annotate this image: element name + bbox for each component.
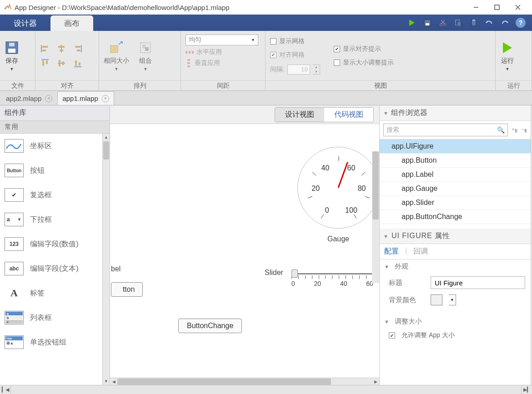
close-button[interactable] xyxy=(507,0,528,15)
ribbon-group-align: 对齐 xyxy=(35,31,99,90)
align-left-icon[interactable] xyxy=(40,44,50,54)
copy-icon[interactable] xyxy=(454,18,463,27)
search-input[interactable]: 搜索🔍 xyxy=(383,124,508,136)
ribbon-group-spacing: 均匀▼ 水平应用 垂直应用 间距 xyxy=(181,31,266,90)
maximize-button[interactable] xyxy=(487,0,507,15)
close-icon[interactable]: × xyxy=(102,95,109,102)
distribute-combo[interactable]: 均匀▼ xyxy=(186,35,258,45)
align-center-v-icon[interactable] xyxy=(56,58,66,68)
group-title-spacing: 间距 xyxy=(181,80,265,90)
svg-rect-28 xyxy=(60,50,63,51)
design-canvas[interactable]: 0 20 40 60 80 100 Gauge Slider xyxy=(110,124,379,378)
run-button[interactable]: 运行 ▼ xyxy=(500,40,515,71)
quick-access-toolbar: ? xyxy=(401,15,532,31)
component-dropdown[interactable]: a▼下拉框 xyxy=(0,207,102,232)
svg-point-7 xyxy=(440,24,442,26)
search-icon: 🔍 xyxy=(497,126,505,134)
run-icon[interactable] xyxy=(407,18,417,27)
color-swatch[interactable] xyxy=(431,294,442,305)
code-view-button[interactable]: 代码视图 xyxy=(324,108,373,122)
cut-icon[interactable] xyxy=(438,18,447,27)
inspector-panel: ▼组件浏览器 搜索🔍 ⁺ᴇ ⁻ᴇ app.UIFigure app.Button… xyxy=(379,105,532,385)
component-radio[interactable]: Titlea单选按钮组 xyxy=(0,330,102,354)
show-grid-checkbox[interactable] xyxy=(270,38,276,45)
section-appearance[interactable]: ▼外观 xyxy=(380,259,531,274)
canvas-scrollbar-h[interactable]: ◀ ▶ xyxy=(110,378,379,385)
svg-rect-33 xyxy=(75,46,80,48)
align-right-icon[interactable] xyxy=(73,44,83,54)
svg-line-66 xyxy=(365,196,370,198)
component-edit-text[interactable]: abc编辑字段(文本) xyxy=(0,256,102,281)
align-center-h-icon[interactable] xyxy=(56,44,66,54)
minimize-button[interactable] xyxy=(466,0,487,15)
allow-resize-checkbox[interactable] xyxy=(389,332,395,339)
align-grid-checkbox[interactable] xyxy=(270,52,276,58)
apply-h-label[interactable]: 水平应用 xyxy=(196,48,222,56)
component-checkbox[interactable]: ✔复选框 xyxy=(0,183,102,207)
close-icon[interactable]: × xyxy=(45,95,52,102)
slider-thumb[interactable] xyxy=(291,269,298,278)
tab-designer[interactable]: 设计器 xyxy=(0,15,50,31)
gauge-component[interactable]: 0 20 40 60 80 100 Gauge xyxy=(297,147,379,243)
help-button[interactable]: ? xyxy=(516,18,526,28)
svg-rect-12 xyxy=(457,21,461,26)
tree-item-gauge[interactable]: app.Gauge xyxy=(380,182,531,196)
component-scrollbar[interactable]: ▲ ▼ xyxy=(102,134,110,385)
interval-input[interactable] xyxy=(287,65,310,75)
tree-item-label[interactable]: app.Label xyxy=(380,168,531,182)
component-button[interactable]: Button按钮 xyxy=(0,158,102,183)
expand-all-icon[interactable]: ⁺ᴇ xyxy=(512,127,517,134)
properties-header[interactable]: ▼UI FIGURE 属性 xyxy=(380,229,531,244)
tree-item-button-change[interactable]: app.ButtonChange xyxy=(380,210,531,224)
file-tab-app1[interactable]: app1.mlapp× xyxy=(57,91,114,105)
group-title-arrange: 排列 xyxy=(99,80,181,90)
scroll-end-icon[interactable]: ▶▎ xyxy=(521,385,532,394)
svg-rect-47 xyxy=(187,65,190,67)
group-button[interactable]: 组合 ▼ xyxy=(138,40,153,71)
color-dropdown[interactable]: ▼ xyxy=(449,294,456,305)
svg-marker-48 xyxy=(503,42,512,53)
tab-config[interactable]: 配置 xyxy=(384,247,399,256)
canvas-scrollbar-v[interactable] xyxy=(372,151,379,283)
ribbon-group-arrange: 相同大小 ▼ 组合 ▼ 排列 xyxy=(99,31,181,90)
component-browser-header[interactable]: ▼组件浏览器 xyxy=(380,105,531,121)
component-axes[interactable]: 坐标区 xyxy=(0,134,102,158)
scroll-start-icon[interactable]: ▎◀ xyxy=(0,385,11,394)
svg-line-63 xyxy=(312,172,316,175)
design-view-button[interactable]: 设计视图 xyxy=(275,108,324,122)
allow-resize-label: 允许调整 App 大小 xyxy=(402,331,455,339)
tab-callback[interactable]: 回调 xyxy=(413,247,428,256)
interval-spinner[interactable]: ▲▼ xyxy=(313,65,320,75)
same-size-button[interactable]: 相同大小 ▼ xyxy=(104,40,129,71)
align-bottom-icon[interactable] xyxy=(73,58,83,68)
gauge-label: Gauge xyxy=(297,235,379,243)
align-top-icon[interactable] xyxy=(40,58,50,68)
apply-v-label[interactable]: 垂直应用 xyxy=(195,59,220,67)
component-edit-num[interactable]: 123编辑字段(数值) xyxy=(0,232,102,256)
save-button[interactable]: 保存 ▼ xyxy=(5,40,19,71)
component-label[interactable]: A标签 xyxy=(0,281,102,305)
button-change-component[interactable]: ButtonChange xyxy=(178,319,242,333)
file-tab-app2[interactable]: app2.mlapp× xyxy=(1,91,57,105)
paste-icon[interactable] xyxy=(469,18,478,27)
tab-canvas[interactable]: 画布 xyxy=(50,15,93,31)
tree-item-button[interactable]: app.Button xyxy=(380,154,531,168)
undo-icon[interactable] xyxy=(485,18,494,27)
component-listbox[interactable]: abc列表框 xyxy=(0,305,102,330)
svg-text:a: a xyxy=(7,312,9,315)
save-icon[interactable] xyxy=(423,18,432,27)
chevron-down-icon: ▼ xyxy=(506,67,510,71)
tree-item-slider[interactable]: app.Slider xyxy=(380,196,531,210)
slider-component[interactable]: Slider 0 20 40 60 xyxy=(265,269,373,287)
label-component[interactable]: bel xyxy=(111,265,120,273)
collapse-all-icon[interactable]: ⁻ᴇ xyxy=(521,127,527,134)
section-resize[interactable]: ▼调整大小 xyxy=(380,314,531,329)
prop-title-input[interactable] xyxy=(431,276,525,289)
apply-h-icon xyxy=(186,49,194,55)
button-component[interactable]: tton xyxy=(111,282,143,297)
redo-icon[interactable] xyxy=(500,18,509,27)
show-resize-hint-checkbox[interactable] xyxy=(334,60,340,66)
main-area: 组件库 常用 坐标区 Button按钮 ✔复选框 a▼下拉框 123编辑字段(数… xyxy=(0,105,532,385)
tree-item-figure[interactable]: app.UIFigure xyxy=(380,140,531,154)
show-align-hint-checkbox[interactable] xyxy=(334,46,340,52)
